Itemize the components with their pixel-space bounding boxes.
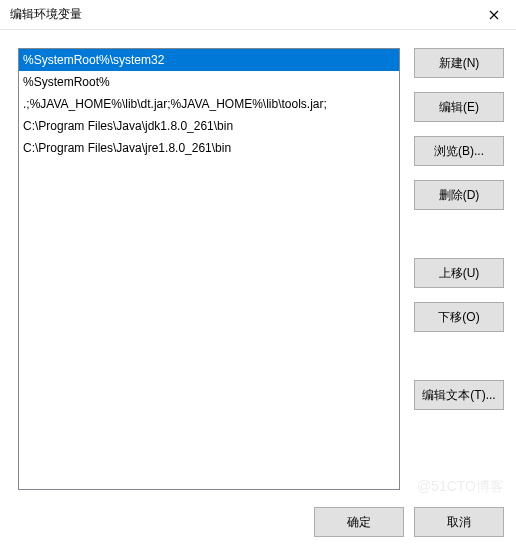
titlebar: 编辑环境变量	[0, 0, 516, 30]
edit-text-button[interactable]: 编辑文本(T)...	[414, 380, 504, 410]
list-item[interactable]: %SystemRoot%\system32	[19, 49, 399, 71]
delete-button[interactable]: 删除(D)	[414, 180, 504, 210]
list-item[interactable]: .;%JAVA_HOME%\lib\dt.jar;%JAVA_HOME%\lib…	[19, 93, 399, 115]
cancel-button[interactable]: 取消	[414, 507, 504, 537]
path-listbox[interactable]: %SystemRoot%\system32 %SystemRoot% .;%JA…	[18, 48, 400, 490]
sidebar-buttons: 新建(N) 编辑(E) 浏览(B)... 删除(D) 上移(U) 下移(O) 编…	[414, 48, 504, 490]
list-item[interactable]: C:\Program Files\Java\jdk1.8.0_261\bin	[19, 115, 399, 137]
browse-button[interactable]: 浏览(B)...	[414, 136, 504, 166]
dialog-body: %SystemRoot%\system32 %SystemRoot% .;%JA…	[0, 30, 516, 500]
edit-environment-variable-dialog: 编辑环境变量 %SystemRoot%\system32 %SystemRoot…	[0, 0, 516, 556]
new-button[interactable]: 新建(N)	[414, 48, 504, 78]
dialog-footer: 确定 取消	[0, 500, 516, 556]
edit-button[interactable]: 编辑(E)	[414, 92, 504, 122]
list-item[interactable]: C:\Program Files\Java\jre1.8.0_261\bin	[19, 137, 399, 159]
list-item[interactable]: %SystemRoot%	[19, 71, 399, 93]
close-icon	[489, 10, 499, 20]
ok-button[interactable]: 确定	[314, 507, 404, 537]
move-up-button[interactable]: 上移(U)	[414, 258, 504, 288]
close-button[interactable]	[480, 3, 508, 27]
dialog-title: 编辑环境变量	[10, 6, 480, 23]
move-down-button[interactable]: 下移(O)	[414, 302, 504, 332]
